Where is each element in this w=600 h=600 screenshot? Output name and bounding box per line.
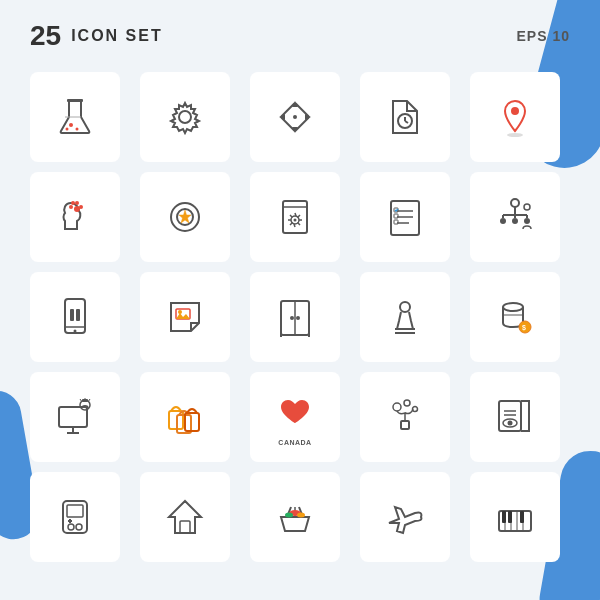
icon-toast-bread[interactable]	[140, 372, 230, 462]
icon-book-eye[interactable]	[470, 372, 560, 462]
icon-document-edit[interactable]	[140, 272, 230, 362]
svg-point-89	[68, 524, 74, 530]
svg-rect-74	[82, 399, 88, 402]
svg-point-57	[296, 316, 300, 320]
svg-point-53	[178, 310, 182, 314]
svg-rect-25	[283, 201, 307, 233]
icon-piano-keyboard[interactable]	[470, 472, 560, 562]
svg-line-14	[405, 121, 408, 123]
icon-database-coins[interactable]: $	[470, 272, 560, 362]
icon-basket-food[interactable]	[250, 472, 340, 562]
svg-point-19	[79, 205, 83, 209]
svg-point-97	[297, 513, 305, 518]
svg-point-80	[413, 407, 418, 412]
svg-point-63	[503, 303, 523, 311]
icon-hacker-monitor[interactable]	[30, 372, 120, 462]
svg-point-18	[75, 201, 79, 205]
svg-point-3	[66, 128, 69, 131]
svg-point-2	[76, 128, 79, 131]
svg-point-11	[293, 115, 297, 119]
svg-point-90	[76, 524, 82, 530]
svg-rect-94	[180, 521, 190, 533]
svg-rect-105	[520, 511, 524, 523]
icon-game-boy[interactable]	[30, 472, 120, 562]
svg-rect-50	[76, 309, 80, 321]
icon-book-settings[interactable]	[250, 172, 340, 262]
svg-rect-88	[67, 505, 83, 517]
svg-point-37	[500, 218, 506, 224]
icon-mind-flower[interactable]	[30, 172, 120, 262]
svg-marker-24	[179, 210, 191, 223]
icon-count: 25	[30, 20, 61, 52]
svg-rect-103	[502, 511, 506, 523]
icon-grid: $	[30, 72, 570, 562]
icon-map-pin[interactable]	[470, 72, 560, 162]
format-label: EPS 10	[517, 28, 570, 44]
canada-label: CANADA	[278, 439, 311, 446]
icon-chess-pawn[interactable]	[360, 272, 450, 362]
svg-point-20	[71, 201, 75, 205]
icon-airplane[interactable]	[360, 472, 450, 562]
svg-point-5	[179, 111, 191, 123]
icon-document-clock[interactable]	[360, 72, 450, 162]
svg-point-21	[69, 205, 73, 209]
svg-point-28	[294, 219, 297, 222]
svg-rect-46	[65, 299, 85, 333]
svg-point-48	[74, 330, 77, 333]
svg-point-78	[393, 403, 401, 411]
svg-point-36	[511, 199, 519, 207]
icon-move-arrows[interactable]	[250, 72, 340, 162]
svg-point-39	[524, 218, 530, 224]
svg-point-16	[507, 133, 523, 137]
svg-point-79	[404, 400, 410, 406]
icon-chemistry[interactable]	[30, 72, 120, 162]
icon-canada-heart[interactable]: CANADA	[250, 372, 340, 462]
svg-rect-0	[67, 99, 83, 102]
svg-rect-104	[508, 511, 512, 523]
icon-settings-gear[interactable]	[140, 72, 230, 162]
icon-target-star[interactable]	[140, 172, 230, 262]
svg-rect-81	[401, 421, 409, 429]
icon-house[interactable]	[140, 472, 230, 562]
icon-checklist[interactable]	[360, 172, 450, 262]
svg-point-15	[511, 107, 519, 115]
svg-marker-93	[169, 501, 201, 533]
svg-point-1	[69, 123, 73, 127]
page-header: 25 ICON SET EPS 10	[30, 20, 570, 52]
svg-rect-49	[70, 309, 74, 321]
svg-text:$: $	[522, 324, 526, 332]
svg-point-56	[290, 316, 294, 320]
svg-point-84	[508, 421, 513, 426]
svg-point-45	[524, 204, 530, 210]
svg-marker-52	[176, 313, 190, 319]
icon-wardrobe[interactable]	[250, 272, 340, 362]
icon-mobile-pause[interactable]	[30, 272, 120, 362]
svg-point-96	[285, 513, 293, 518]
icon-hierarchy-person[interactable]	[470, 172, 560, 262]
icon-bubbles-plant[interactable]	[360, 372, 450, 462]
svg-point-60	[400, 302, 410, 312]
svg-point-38	[512, 218, 518, 224]
page-title: ICON SET	[71, 27, 163, 45]
